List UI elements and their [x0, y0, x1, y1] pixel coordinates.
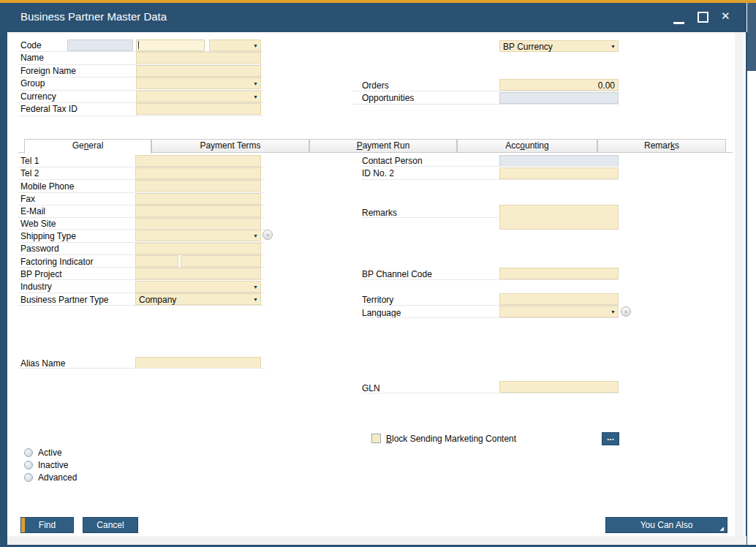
- separator: [362, 317, 619, 318]
- label-part: lock Sending Marketing Content: [392, 434, 516, 444]
- group-combo[interactable]: ▼: [136, 78, 261, 89]
- code-input[interactable]: [136, 39, 205, 51]
- separator: [18, 305, 265, 306]
- scrollbar-track[interactable]: [735, 32, 744, 536]
- id-no-2-label: ID No. 2: [362, 168, 394, 179]
- minimize-button[interactable]: [673, 22, 684, 24]
- name-label: Name: [20, 53, 44, 64]
- tab-remarks[interactable]: Remarks: [597, 139, 726, 153]
- dropdown-arrow-icon: ▼: [253, 81, 258, 86]
- cancel-button-label: Cancel: [97, 520, 124, 530]
- fax-input[interactable]: [135, 193, 261, 205]
- remarks-input[interactable]: [499, 205, 619, 230]
- separator: [18, 279, 265, 280]
- bp-channel-code-label: BP Channel Code: [362, 269, 432, 280]
- orders-field[interactable]: 0.00: [499, 79, 619, 91]
- text-caret: [138, 41, 139, 49]
- currency-combo[interactable]: ▼: [136, 91, 261, 102]
- dropdown-arrow-icon: ▼: [611, 309, 616, 314]
- opportunities-label: Opportunities: [362, 93, 414, 104]
- currency-label: Currency: [20, 91, 56, 102]
- orders-label: Orders: [362, 80, 389, 91]
- marketing-more-button[interactable]: ...: [602, 432, 619, 445]
- industry-combo[interactable]: ▼: [135, 281, 261, 293]
- factoring-indicator-name-input[interactable]: [181, 255, 261, 267]
- tab-label: Acc: [505, 140, 520, 151]
- inactive-radio-label: Inactive: [38, 460, 68, 471]
- industry-label: Industry: [20, 282, 52, 293]
- code-label: Code: [20, 40, 42, 51]
- tel2-input[interactable]: [135, 167, 261, 179]
- factoring-indicator-input[interactable]: [135, 255, 178, 267]
- orders-value: 0.00: [598, 80, 615, 91]
- bp-currency-combo[interactable]: BP Currency ▼: [499, 40, 619, 52]
- tab-general[interactable]: General: [24, 139, 151, 154]
- advanced-radio[interactable]: [24, 473, 33, 482]
- bp-currency-value: BP Currency: [503, 42, 553, 52]
- cancel-button[interactable]: Cancel: [83, 517, 138, 533]
- business-partner-type-value: Company: [139, 295, 176, 305]
- id-no-2-input[interactable]: [499, 167, 619, 179]
- email-input[interactable]: [135, 205, 261, 217]
- tel2-label: Tel 2: [20, 168, 39, 179]
- dropdown-arrow-icon: ▼: [253, 284, 258, 290]
- language-combo[interactable]: ▼: [499, 306, 619, 317]
- code-series-combo[interactable]: ▼: [209, 39, 261, 51]
- foreign-name-input[interactable]: [136, 65, 261, 77]
- maximize-button[interactable]: [698, 12, 708, 23]
- window-behind-right: [747, 3, 756, 71]
- label-part-key: B: [386, 434, 392, 444]
- inactive-radio[interactable]: [24, 461, 33, 469]
- you-can-also-label: You Can Also: [640, 520, 693, 530]
- choose-from-list-icon[interactable]: ≡: [262, 230, 273, 240]
- tab-payment-terms[interactable]: Payment Terms: [151, 139, 309, 153]
- dropdown-arrow-icon: ▼: [253, 94, 258, 99]
- dropdown-arrow-icon: ▼: [253, 297, 258, 302]
- territory-label: Territory: [362, 295, 393, 306]
- web-site-label: Web Site: [20, 219, 56, 230]
- shipping-type-label: Shipping Type: [20, 231, 76, 242]
- separator: [352, 91, 619, 91]
- choose-from-list-icon[interactable]: ≡: [621, 306, 631, 317]
- separator: [362, 217, 498, 218]
- window-right-border: [746, 32, 747, 545]
- business-partner-type-combo[interactable]: Company ▼: [135, 293, 261, 305]
- contact-person-label: Contact Person: [362, 156, 423, 167]
- tab-label: Payment Terms: [200, 140, 260, 151]
- find-button-label: Find: [39, 520, 56, 530]
- find-button[interactable]: Find: [20, 517, 74, 533]
- dropdown-arrow-icon: ▼: [611, 44, 616, 49]
- tab-label: ayment Run: [363, 140, 410, 151]
- advanced-radio-label: Advanced: [38, 472, 77, 483]
- tab-label-key: P: [357, 140, 363, 151]
- close-button[interactable]: ✕: [721, 10, 730, 21]
- opportunities-field: [499, 92, 619, 104]
- statusbar: [7, 536, 746, 545]
- active-radio[interactable]: [24, 448, 33, 457]
- dropdown-arrow-icon: ▼: [253, 43, 258, 48]
- tab-payment-run[interactable]: Payment Run: [309, 139, 457, 153]
- email-label: E-Mail: [20, 206, 45, 217]
- tab-label: s: [675, 140, 679, 151]
- alias-name-input[interactable]: [135, 357, 261, 369]
- tab-label: Remar: [644, 140, 670, 151]
- separator: [362, 393, 619, 393]
- territory-input[interactable]: [499, 293, 619, 305]
- bp-project-input[interactable]: [135, 268, 261, 279]
- tel1-input[interactable]: [135, 155, 261, 167]
- name-input[interactable]: [136, 52, 261, 64]
- mobile-phone-input[interactable]: [135, 180, 261, 192]
- bp-channel-code-input[interactable]: [499, 268, 619, 279]
- corner-menu-icon: ◢: [720, 526, 724, 531]
- tab-label: unting: [525, 140, 549, 151]
- federal-tax-id-input[interactable]: [136, 103, 261, 115]
- mobile-phone-label: Mobile Phone: [20, 181, 74, 192]
- web-site-input[interactable]: [135, 218, 261, 230]
- gln-input[interactable]: [499, 381, 619, 393]
- password-input[interactable]: [135, 243, 261, 254]
- tab-accounting[interactable]: Accounting: [457, 139, 597, 153]
- window-left-border: [0, 32, 7, 545]
- block-marketing-checkbox[interactable]: [371, 434, 381, 443]
- shipping-type-combo[interactable]: ▼: [135, 230, 261, 241]
- you-can-also-button[interactable]: You Can Also ◢: [605, 517, 727, 533]
